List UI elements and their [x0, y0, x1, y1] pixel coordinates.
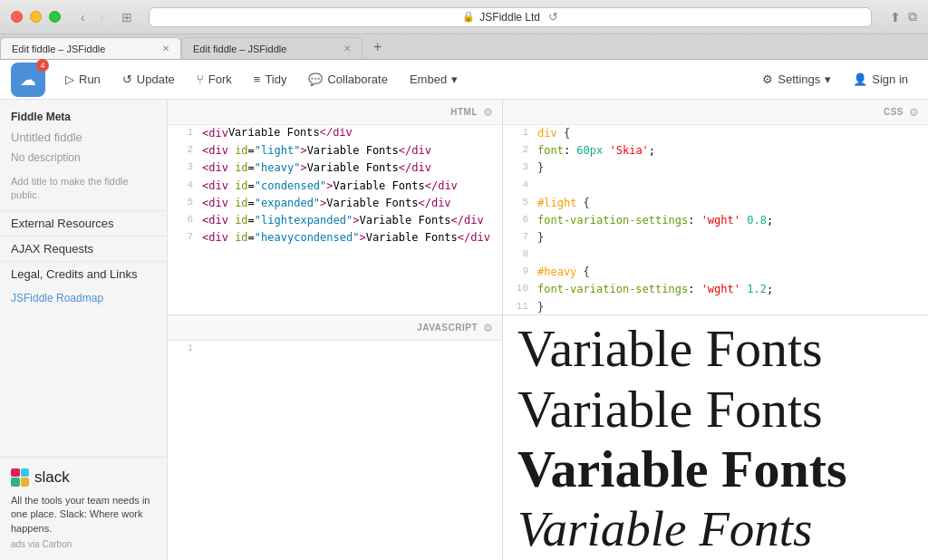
slack-icon-cell1 [11, 468, 20, 478]
css-code-line: 4 [503, 178, 928, 195]
embed-label: Embed [410, 72, 447, 86]
css-code-line: 7} [503, 229, 928, 246]
signin-label: Sign in [872, 72, 908, 86]
html-code-line: 1<divVariable Fonts</div [168, 125, 502, 142]
html-editor-content[interactable]: 1<divVariable Fonts</div2<div id="light"… [168, 125, 502, 314]
css-code-line: 5#light { [503, 195, 928, 212]
fork-icon: ⑂ [197, 72, 204, 86]
close-button[interactable] [11, 11, 23, 23]
title-bar: ‹ › ⊞ 🔒 JSFiddle Ltd ↺ ⬆ ⧉ [0, 0, 928, 34]
css-panel: CSS ⚙ 1div {2 font: 60px 'Skia';3}45#lig… [503, 100, 928, 314]
browser-tabs: Edit fiddle – JSFiddle ✕ Edit fiddle – J… [0, 34, 928, 60]
signin-icon: 👤 [853, 72, 867, 86]
forward-button[interactable]: › [94, 8, 110, 26]
notification-badge: 4 [36, 59, 49, 72]
tab-active[interactable]: Edit fiddle – JSFiddle ✕ [0, 37, 181, 59]
sidebar-meta-title: Fiddle Meta [0, 100, 167, 127]
slack-icon-cell3 [11, 478, 20, 487]
update-button[interactable]: ↺ Update [113, 68, 184, 91]
update-icon: ↺ [122, 72, 132, 86]
html-code-line: 7<div id="heavycondensed">Variable Fonts… [168, 229, 502, 246]
result-panel: Variable Fonts Variable Fonts Variable F… [503, 315, 928, 560]
settings-label: Settings [778, 72, 820, 86]
settings-icon: ⚙ [762, 72, 773, 86]
signin-button[interactable]: 👤 Sign in [844, 68, 917, 91]
tab-inactive[interactable]: Edit fiddle – JSFiddle ✕ [181, 37, 362, 59]
tab-active-label: Edit fiddle – JSFiddle [12, 43, 105, 54]
css-code-line: 10 font-variation-settings: 'wght' 1.2; [503, 281, 928, 298]
ad-via: ads via Carbon [11, 539, 156, 549]
css-code-line: 11} [503, 299, 928, 315]
collaborate-button[interactable]: 💬 Collaborate [299, 68, 397, 91]
public-notice: Add title to make the fiddle public. [0, 168, 167, 210]
embed-button[interactable]: Embed ▾ [401, 68, 467, 91]
html-code-line: 5<div id="expanded">Variable Fonts</div [168, 195, 502, 212]
html-code-line: 6<div id="lightexpanded">Variable Fonts<… [168, 212, 502, 229]
run-button[interactable]: ▷ Run [56, 68, 110, 91]
editor-area: HTML ⚙ 1<divVariable Fonts</div2<div id=… [168, 100, 928, 560]
sidebar-item-roadmap[interactable]: JSFiddle Roadmap [0, 286, 167, 310]
js-editor-content[interactable]: 1 [168, 341, 502, 560]
js-settings-icon[interactable]: ⚙ [483, 322, 493, 334]
tab-grid-button[interactable]: ⊞ [116, 8, 138, 26]
settings-button[interactable]: ⚙ Settings ▾ [753, 68, 840, 91]
slack-icon-cell2 [21, 468, 30, 478]
tidy-button[interactable]: ≡ Tidy [245, 68, 296, 91]
sidebar-item-legal[interactable]: Legal, Credits and Links [0, 261, 167, 286]
slack-icon-cell4 [21, 478, 30, 487]
slack-logo: slack [11, 468, 156, 487]
slack-icon [11, 468, 29, 487]
css-code-line: 2 font: 60px 'Skia'; [503, 142, 928, 159]
reload-button[interactable]: ↺ [548, 10, 558, 24]
css-code-line: 1div { [503, 125, 928, 142]
maximize-button[interactable] [49, 11, 61, 23]
run-label: Run [79, 72, 101, 86]
html-panel-label: HTML [450, 107, 478, 117]
css-code-line: 8 [503, 246, 928, 264]
tab-inactive-close-icon[interactable]: ✕ [343, 43, 351, 53]
css-editor-header: CSS ⚙ [503, 100, 928, 125]
nav-buttons: ‹ › [75, 8, 109, 26]
browser-actions: ⬆ ⧉ [890, 9, 917, 24]
fork-label: Fork [208, 72, 232, 86]
result-line-2: Variable Fonts [517, 380, 914, 440]
toolbar-right: ⚙ Settings ▾ 👤 Sign in [753, 68, 917, 91]
js-panel-label: JAVASCRIPT [417, 323, 478, 333]
window-button[interactable]: ⧉ [908, 9, 917, 24]
result-line-1: Variable Fonts [517, 319, 914, 380]
css-code-line: 6 font-variation-settings: 'wght' 0.8; [503, 212, 928, 229]
fiddle-desc: No description [0, 148, 167, 168]
js-code-line: 1 [168, 341, 502, 358]
css-editor-content[interactable]: 1div {2 font: 60px 'Skia';3}45#light {6 … [503, 125, 928, 314]
collaborate-icon: 💬 [308, 72, 323, 86]
collaborate-label: Collaborate [327, 72, 388, 86]
html-settings-icon[interactable]: ⚙ [483, 106, 493, 119]
update-label: Update [137, 72, 175, 86]
app-toolbar: ☁ 4 ▷ Run ↺ Update ⑂ Fork ≡ Tidy 💬 Colla… [0, 60, 928, 100]
css-code-line: 9#heavy { [503, 264, 928, 281]
html-code-line: 4<div id="condensed">Variable Fonts</div [168, 178, 502, 195]
result-line-3: Variable Fonts [517, 439, 914, 500]
html-editor-header: HTML ⚙ [168, 100, 502, 125]
result-line-4: Variable Fonts [517, 500, 914, 557]
sidebar-item-ajax[interactable]: AJAX Requests [0, 236, 167, 261]
url-text: JSFiddle Ltd [479, 11, 540, 24]
css-code-line: 3} [503, 159, 928, 177]
share-button[interactable]: ⬆ [890, 9, 901, 24]
app-logo: ☁ 4 [11, 63, 45, 97]
split-bottom: JAVASCRIPT ⚙ 1 Variable Fonts Variable F… [168, 315, 928, 560]
tab-close-icon[interactable]: ✕ [162, 43, 169, 53]
minimize-button[interactable] [30, 11, 42, 23]
tidy-icon: ≡ [254, 72, 261, 86]
logo-icon: ☁ [20, 70, 36, 90]
new-tab-button[interactable]: + [366, 39, 389, 55]
back-button[interactable]: ‹ [75, 8, 91, 26]
sidebar: Fiddle Meta Untitled fiddle No descripti… [0, 100, 168, 560]
css-settings-icon[interactable]: ⚙ [909, 106, 919, 119]
sidebar-item-external-resources[interactable]: External Resources [0, 210, 167, 236]
lock-icon: 🔒 [462, 11, 475, 23]
fork-button[interactable]: ⑂ Fork [188, 68, 241, 91]
tab-inactive-label: Edit fiddle – JSFiddle [193, 43, 286, 54]
js-editor-header: JAVASCRIPT ⚙ [168, 315, 502, 341]
settings-chevron-icon: ▾ [825, 72, 831, 86]
